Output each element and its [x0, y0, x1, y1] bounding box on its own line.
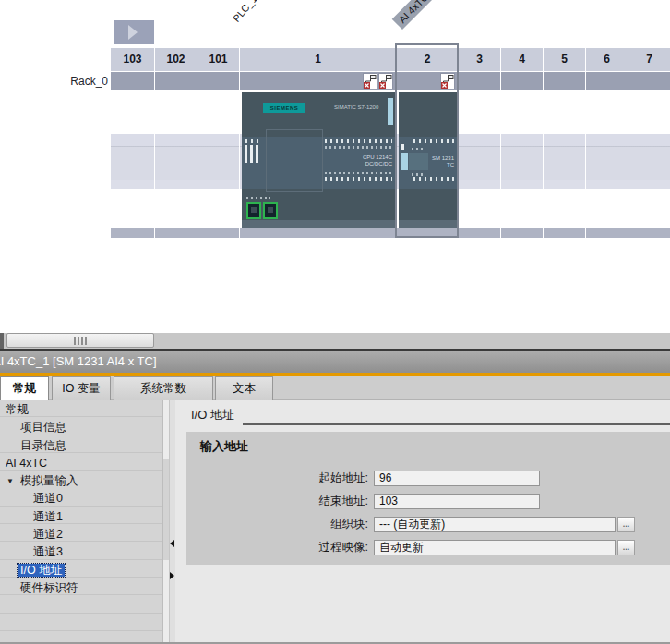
rack-slot-column-slot-3[interactable] — [459, 91, 500, 238]
rack-slot-header-slot-5[interactable]: 5 — [544, 48, 585, 71]
horizontal-splitter — [0, 333, 670, 349]
terminal-labels — [325, 146, 392, 149]
nav-item-label: 通道0 — [30, 492, 66, 505]
rack-connector-cell-slot-6[interactable] — [586, 72, 628, 90]
field-label-end-address: 结束地址: — [186, 494, 372, 509]
rack-slot-header-slot-3[interactable]: 3 — [459, 48, 500, 71]
nav-item-io-addresses[interactable]: I/O 地址 — [0, 562, 162, 579]
siemens-logo: SIEMENS — [263, 103, 305, 113]
rack-slot-header-slot-1[interactable]: 1 — [240, 48, 396, 71]
nav-item-catalog-information[interactable]: 目录信息 — [0, 437, 162, 455]
field-row-process-image: 过程映像:自动更新... — [186, 540, 635, 555]
field-input-start-address[interactable]: 96 — [374, 471, 540, 486]
nav-item-label: 通道2 — [30, 528, 66, 541]
terminal-dots — [325, 139, 392, 143]
ethernet-port-1 — [246, 202, 261, 219]
tab-system-constants[interactable]: 系统常数 — [114, 376, 213, 400]
properties-tabstrip: 常规IO 变量系统常数文本 — [0, 376, 670, 400]
plc-status-leds — [245, 145, 259, 163]
properties-nav-tree: 常规项目信息目录信息AI 4xTC▼模拟量输入通道0通道1通道2通道3I/O 地… — [0, 400, 163, 642]
rack-slot-header-slot-103[interactable]: 103 — [111, 48, 154, 71]
tab-general[interactable]: 常规 — [0, 376, 49, 400]
nav-item-channel-3[interactable]: 通道3 — [0, 543, 162, 561]
rack-slot-column-slot-4[interactable] — [501, 91, 543, 238]
ethernet-port-2 — [263, 202, 278, 219]
rack-slot-header-slot-7[interactable]: 7 — [628, 48, 670, 71]
nav-item-label: 目录信息 — [18, 439, 69, 452]
collapse-left-icon[interactable] — [170, 540, 174, 547]
rack-slot-column-slot-103[interactable] — [111, 91, 154, 238]
field-input-process-image[interactable]: 自动更新 — [374, 540, 616, 555]
browse-button-organization-block[interactable]: ... — [617, 517, 635, 532]
plc-device-top-label[interactable]: PLC_1 — [231, 0, 259, 24]
rack-connector-cell-slot-101[interactable] — [197, 72, 239, 90]
section-rule — [243, 423, 670, 425]
rack-connector-cell-slot-102[interactable] — [155, 72, 197, 90]
rack-slot-column-slot-7[interactable] — [628, 91, 670, 238]
rack-slot-header-slot-6[interactable]: 6 — [586, 48, 628, 71]
nav-item-channel-1[interactable]: 通道1 — [0, 508, 162, 526]
rack-slot-header-slot-101[interactable]: 101 — [197, 48, 239, 71]
terminal-labels — [412, 173, 425, 176]
nav-item-analog-inputs[interactable]: ▼模拟量输入 — [0, 472, 162, 490]
nav-scrollbar[interactable] — [163, 400, 170, 642]
module-status-icon — [363, 73, 377, 93]
rack-slot-header-slot-102[interactable]: 102 — [155, 48, 197, 71]
field-label-process-image: 过程映像: — [186, 540, 372, 555]
terminal-dots — [245, 139, 260, 143]
rack-connector-cell-slot-7[interactable] — [628, 72, 670, 90]
rack-slot-column-slot-102[interactable] — [155, 91, 197, 238]
plc-front-door — [266, 129, 323, 192]
terminal-dots — [413, 177, 454, 181]
nav-item-project-information[interactable]: 项目信息 — [0, 419, 162, 436]
nav-item-label: 硬件标识符 — [18, 581, 81, 594]
field-input-end-address[interactable]: 103 — [374, 494, 540, 509]
group-title: 输入地址 — [200, 438, 248, 455]
properties-title-bar: AI 4xTC_1 [SM 1231 AI4 x TC] — [0, 351, 670, 373]
terminal-dots — [413, 139, 454, 143]
nav-item-ai-4xtc[interactable]: AI 4xTC — [0, 455, 162, 472]
nav-item-channel-0[interactable]: 通道0 — [0, 490, 162, 507]
splitter-handle[interactable] — [6, 333, 154, 348]
nav-item-hardware-identifier[interactable]: 硬件标识符 — [0, 579, 162, 597]
rack-slot-column-slot-6[interactable] — [586, 91, 628, 238]
module-top-label[interactable]: AI 4xTC_1 — [392, 0, 446, 30]
collapse-right-icon[interactable] — [170, 572, 174, 579]
browse-button-process-image[interactable]: ... — [617, 540, 635, 555]
terminal-labels — [325, 172, 392, 174]
rack-connector-cell-slot-5[interactable] — [544, 72, 585, 90]
nav-scrollbar-thumb[interactable] — [163, 459, 169, 560]
plc-device-image[interactable]: SIEMENS SIMATIC S7-1200 CPU 1214C DC/DC/… — [242, 92, 395, 228]
expander-icon[interactable]: ▼ — [6, 472, 14, 490]
nav-item-label: AI 4xTC — [3, 457, 50, 470]
plc-bottom-band — [242, 220, 395, 228]
rack-slot-column-slot-101[interactable] — [197, 91, 239, 238]
rack-connector-cell-slot-3[interactable] — [459, 72, 500, 90]
rack-overview-arrow-button[interactable] — [114, 20, 154, 44]
rack-slot-header-slot-4[interactable]: 4 — [501, 48, 543, 71]
field-input-organization-block[interactable]: --- (自动更新) — [374, 517, 616, 532]
module-status-led — [401, 144, 404, 150]
rack-connector-cell-slot-1[interactable] — [240, 72, 396, 90]
properties-content: I/O 地址 输入地址 起始地址:96结束地址:103组织块:--- (自动更新… — [175, 400, 670, 642]
nav-item-general[interactable]: 常规 — [0, 401, 162, 419]
rack-connector-cell-slot-4[interactable] — [501, 72, 543, 90]
tab-texts[interactable]: 文本 — [215, 376, 273, 400]
rack-connector-cell-slot-2[interactable] — [397, 72, 458, 90]
tab-io-tags[interactable]: IO 变量 — [52, 376, 111, 400]
tia-portal-device-view: PLC_1 AI 4xTC_1 Rack_0 1031021011234567 … — [0, 0, 670, 644]
rack-connector-cell-slot-103[interactable] — [111, 72, 154, 90]
nav-item-label: 模拟量输入 — [18, 474, 81, 487]
nav-item-channel-2[interactable]: 通道2 — [0, 526, 162, 543]
module-status-icon — [378, 73, 393, 93]
nav-item-label: 通道1 — [30, 510, 66, 523]
rack-slot-header-slot-2[interactable]: 2 — [397, 48, 458, 71]
module-front-panel — [409, 153, 428, 170]
ai-module-image[interactable]: SM 1231 TC — [399, 92, 457, 228]
module-type-label: SM 1231 TC — [426, 154, 454, 169]
terminal-dots — [325, 177, 392, 181]
rack-view: PLC_1 AI 4xTC_1 Rack_0 1031021011234567 … — [0, 0, 670, 333]
field-label-organization-block: 组织块: — [186, 517, 372, 532]
nav-item-label: I/O 地址 — [18, 564, 65, 577]
rack-slot-column-slot-5[interactable] — [544, 91, 585, 238]
